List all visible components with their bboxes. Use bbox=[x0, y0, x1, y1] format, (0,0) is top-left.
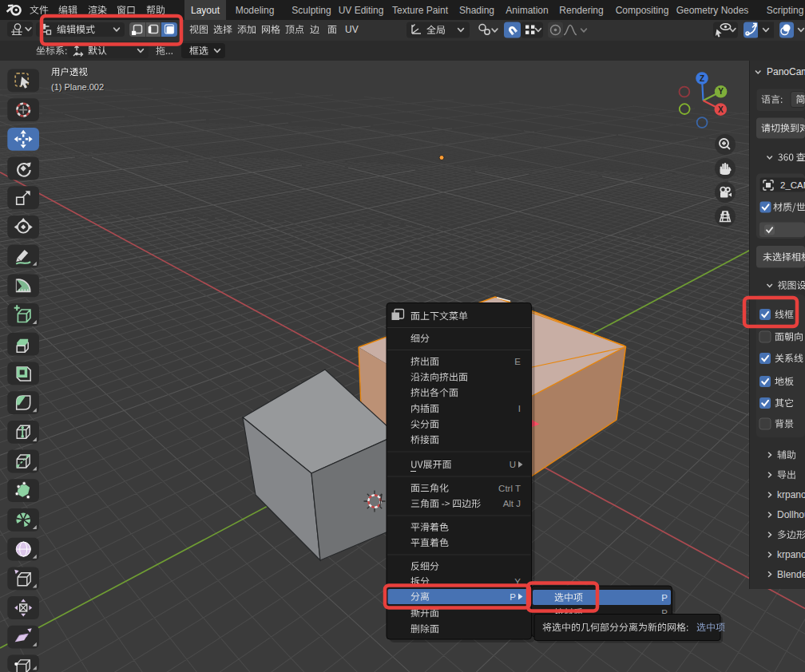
svg-text:P: P bbox=[661, 593, 668, 603]
svg-text:PanoCamAd: PanoCamAd bbox=[767, 66, 805, 77]
svg-text:Compositing: Compositing bbox=[616, 5, 669, 16]
svg-text:Ctrl T: Ctrl T bbox=[498, 484, 521, 493]
svg-text:Y: Y bbox=[718, 87, 724, 96]
svg-text:Layout: Layout bbox=[191, 5, 220, 16]
svg-text:Dollhou: Dollhou bbox=[777, 509, 805, 520]
svg-text:Alt J: Alt J bbox=[503, 499, 521, 508]
svg-text:Animation: Animation bbox=[506, 5, 548, 16]
svg-text:UV: UV bbox=[345, 24, 359, 35]
svg-text:Rendering: Rendering bbox=[559, 5, 603, 16]
svg-text:Geometry Nodes: Geometry Nodes bbox=[676, 5, 749, 16]
svg-text:Shading: Shading bbox=[459, 5, 494, 16]
svg-text:X: X bbox=[718, 105, 724, 114]
svg-text:krpano: krpano bbox=[777, 549, 805, 560]
svg-text:krpano: krpano bbox=[777, 489, 805, 500]
svg-text:U: U bbox=[510, 460, 516, 469]
svg-text:Blende: Blende bbox=[777, 569, 805, 580]
svg-text:Scripting: Scripting bbox=[767, 5, 804, 16]
svg-text:E: E bbox=[514, 357, 521, 366]
svg-text:UV Editing: UV Editing bbox=[339, 5, 384, 16]
svg-text:Modeling: Modeling bbox=[236, 5, 275, 16]
svg-text:I: I bbox=[518, 404, 521, 413]
svg-text:2_CAM: 2_CAM bbox=[780, 180, 805, 190]
svg-text:Sculpting: Sculpting bbox=[291, 5, 331, 16]
svg-text:(1) Plane.002: (1) Plane.002 bbox=[51, 82, 104, 92]
svg-text:Texture Paint: Texture Paint bbox=[392, 5, 449, 16]
svg-text:Z: Z bbox=[700, 74, 704, 83]
svg-text:P: P bbox=[510, 592, 516, 602]
